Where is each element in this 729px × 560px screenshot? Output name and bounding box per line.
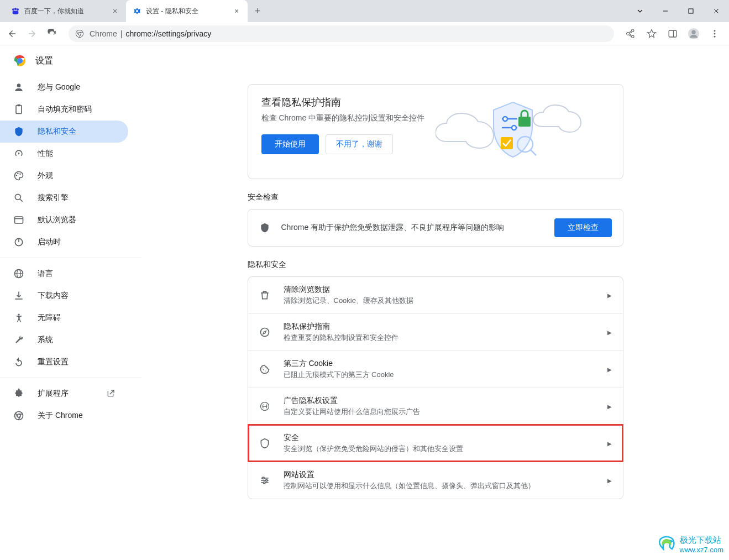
list-item-title: 清除浏览数据 (284, 285, 607, 295)
browser-tab-baidu[interactable]: 百度一下，你就知道 × (4, 0, 126, 22)
settings-sidebar: 您与 Google 自动填充和密码 隐私和安全 性能 外观 搜索引擎 默认浏览器 (0, 45, 141, 560)
sidebar-item-appearance[interactable]: 外观 (0, 165, 128, 187)
chevron-right-icon: ▶ (607, 292, 612, 299)
guide-description: 检查 Chrome 中重要的隐私控制设置和安全控件 (261, 113, 425, 123)
settings-favicon (133, 7, 141, 15)
chevron-down-icon[interactable] (627, 0, 653, 22)
close-button[interactable] (704, 0, 729, 22)
baidu-favicon (11, 7, 20, 15)
reload-button[interactable] (44, 26, 60, 41)
window-titlebar: 百度一下，你就知道 × 设置 - 隐私和安全 × + (0, 0, 729, 22)
sidebar-item-language[interactable]: 语言 (0, 263, 128, 285)
safety-check-card: Chrome 有助于保护您免受数据泄露、不良扩展程序等问题的影响 立即检查 (248, 209, 623, 247)
person-icon (13, 82, 24, 93)
sidebar-item-system[interactable]: 系统 (0, 329, 128, 351)
bookmark-icon[interactable] (644, 26, 659, 41)
list-item-ad-privacy[interactable]: 广告隐私权设置自定义要让网站使用什么信息向您展示广告 ▶ (248, 388, 623, 425)
wrench-icon (13, 334, 24, 346)
sidebar-item-you-and-google[interactable]: 您与 Google (0, 76, 128, 98)
extension-icon (13, 388, 24, 399)
reset-icon (13, 357, 24, 368)
accessibility-icon (13, 312, 24, 323)
sidebar-item-extensions[interactable]: 扩展程序 (0, 383, 128, 405)
forward-button[interactable] (24, 26, 40, 41)
sidebar-item-label: 您与 Google (38, 82, 80, 92)
svg-point-1 (14, 8, 17, 10)
search-icon (13, 192, 24, 203)
list-item-privacy-guide[interactable]: 隐私保护指南检查重要的隐私控制设置和安全控件 ▶ (248, 313, 623, 350)
sidebar-item-label: 关于 Chrome (38, 411, 83, 421)
svg-rect-49 (518, 117, 531, 127)
list-item-sub: 清除浏览记录、Cookie、缓存及其他数据 (284, 296, 607, 306)
sidebar-item-startup[interactable]: 启动时 (0, 231, 128, 253)
list-item-clear-data[interactable]: 清除浏览数据清除浏览记录、Cookie、缓存及其他数据 ▶ (248, 277, 623, 313)
check-now-button[interactable]: 立即检查 (554, 218, 612, 237)
svg-point-27 (16, 175, 18, 176)
svg-rect-26 (18, 104, 20, 106)
list-item-sub: 已阻止无痕模式下的第三方 Cookie (284, 370, 607, 380)
sidebar-item-label: 搜索引擎 (38, 193, 69, 203)
sidebar-item-privacy[interactable]: 隐私和安全 (0, 121, 128, 143)
list-item-sub: 控制网站可以使用和显示什么信息（如位置信息、摄像头、弹出式窗口及其他） (284, 481, 607, 491)
window-controls (627, 0, 729, 22)
svg-point-29 (19, 173, 21, 175)
sidebar-item-about[interactable]: 关于 Chrome (0, 405, 128, 427)
chevron-right-icon: ▶ (607, 404, 612, 410)
tab-strip: 百度一下，你就知道 × 设置 - 隐私和安全 × + (0, 0, 265, 22)
new-tab-button[interactable]: + (250, 3, 265, 19)
svg-rect-32 (15, 217, 23, 223)
start-button[interactable]: 开始使用 (261, 134, 319, 154)
svg-line-52 (531, 150, 536, 155)
list-item-cookies[interactable]: 第三方 Cookie已阻止无痕模式下的第三方 Cookie ▶ (248, 350, 623, 388)
svg-point-24 (17, 83, 21, 87)
maximize-button[interactable] (678, 0, 704, 22)
section-title-privacy: 隐私和安全 (248, 260, 623, 270)
minimize-button[interactable] (653, 0, 678, 22)
sidebar-item-label: 默认浏览器 (38, 215, 76, 225)
chrome-icon (75, 29, 84, 38)
sidebar-item-default-browser[interactable]: 默认浏览器 (0, 209, 128, 231)
chevron-right-icon: ▶ (607, 329, 612, 336)
palette-icon (13, 170, 24, 181)
back-button[interactable] (4, 26, 20, 41)
list-item-sub: 检查重要的隐私控制设置和安全控件 (284, 333, 607, 343)
close-icon[interactable]: × (111, 7, 119, 15)
list-item-security[interactable]: 安全安全浏览（保护您免受危险网站的侵害）和其他安全设置 ▶ (248, 425, 623, 462)
sidebar-item-performance[interactable]: 性能 (0, 143, 128, 165)
svg-point-56 (262, 368, 263, 369)
svg-rect-12 (669, 30, 676, 37)
address-divider: | (120, 29, 123, 38)
sidebar-item-reset[interactable]: 重置设置 (0, 351, 128, 373)
tab-title: 设置 - 隐私和安全 (146, 7, 229, 16)
browser-tab-settings[interactable]: 设置 - 隐私和安全 × (126, 0, 248, 22)
cookie-icon (259, 364, 270, 375)
profile-icon[interactable] (686, 26, 701, 41)
sidebar-item-search-engine[interactable]: 搜索引擎 (0, 187, 128, 209)
svg-point-61 (265, 479, 267, 481)
svg-point-17 (714, 33, 716, 34)
download-icon (13, 290, 24, 301)
address-bar[interactable]: Chrome | chrome://settings/privacy (69, 25, 614, 42)
chevron-right-icon: ▶ (607, 441, 612, 447)
settings-main: 查看隐私保护指南 检查 Chrome 中重要的隐私控制设置和安全控件 开始使用 … (141, 45, 729, 560)
sidebar-item-autofill[interactable]: 自动填充和密码 (0, 98, 128, 121)
list-item-title: 广告隐私权设置 (284, 396, 607, 406)
settings-header: 设置 (0, 45, 729, 76)
sidebar-item-label: 启动时 (38, 237, 61, 247)
sidepanel-icon[interactable] (665, 26, 680, 41)
divider (0, 258, 141, 258)
sidebar-item-downloads[interactable]: 下载内容 (0, 285, 128, 307)
ad-icon (259, 401, 270, 412)
svg-point-59 (262, 477, 264, 479)
list-item-title: 网站设置 (284, 470, 607, 480)
shield-icon (259, 438, 270, 449)
sidebar-item-label: 无障碍 (38, 313, 61, 323)
dismiss-button[interactable]: 不用了，谢谢 (326, 134, 393, 154)
list-item-site-settings[interactable]: 网站设置控制网站可以使用和显示什么信息（如位置信息、摄像头、弹出式窗口及其他） … (248, 462, 623, 499)
close-icon[interactable]: × (232, 7, 241, 15)
menu-icon[interactable] (707, 26, 722, 41)
share-icon[interactable] (623, 26, 638, 41)
sidebar-item-accessibility[interactable]: 无障碍 (0, 307, 128, 329)
svg-rect-50 (501, 137, 513, 149)
svg-rect-25 (16, 106, 22, 114)
